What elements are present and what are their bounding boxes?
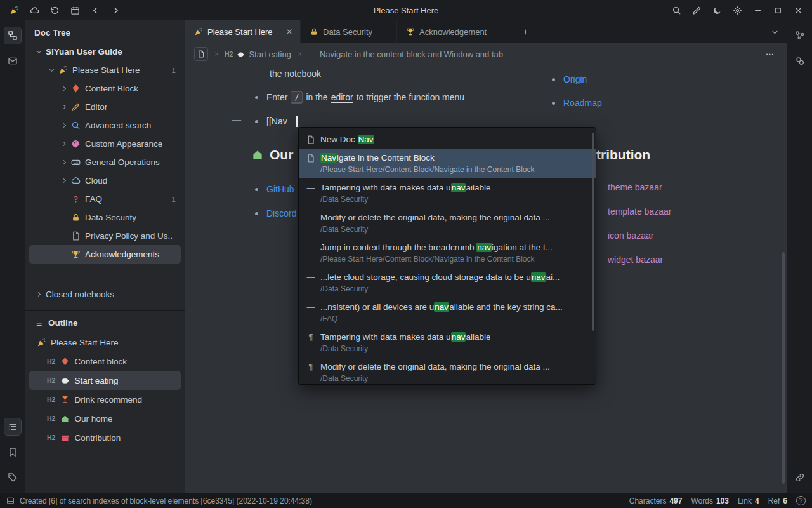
search-result-item[interactable]: — Jump in context through the breadcrumb… [299,238,596,268]
doc-tree-item-selected[interactable]: Acknowledgements [29,245,181,264]
go-back-button[interactable] [86,3,104,18]
discord-link[interactable]: Discord [266,208,296,218]
paragraph-marker: ¶ [306,361,315,373]
search-result-item[interactable]: — ...nsistent) or all devices are unavai… [299,298,596,328]
dock-tag-button[interactable] [4,469,22,486]
theme-bazaar-link[interactable]: theme bazaar [608,182,662,192]
maximize-button[interactable] [769,3,787,18]
minimize-button[interactable] [749,3,766,18]
chevron-right-icon[interactable] [61,85,68,92]
search-result-item-selected[interactable]: Navigate in the Content Block /Please St… [299,149,596,178]
doc-tree-item[interactable]: Custom Appearance [29,135,181,153]
outline-item-selected[interactable]: H2 Start eating [29,371,181,390]
doc-tree-item[interactable]: Content Block [29,79,181,98]
result-title: New Doc Nav [320,133,374,145]
chevron-down-icon[interactable] [36,48,43,55]
help-icon[interactable]: ? [796,496,806,505]
block-more-button[interactable] [761,46,778,62]
dock-inbox-button[interactable] [4,52,22,70]
dock-bookmark-button[interactable] [4,443,22,461]
outline-item[interactable]: Please Start Here [29,333,181,352]
result-title: Tampering with data makes data unavailab… [320,182,490,194]
breadcrumb-heading-segment[interactable]: H2 Start eating [225,50,291,59]
doc-tree-item[interactable]: Please Start Here 1 [29,61,181,79]
text-fragment: in the [306,92,327,102]
search-result-item[interactable]: — ...lete cloud storage, causing cloud s… [299,268,596,298]
doc-tree-notebook[interactable]: SiYuan User Guide [29,43,181,61]
block-gutter-marker[interactable]: — [232,114,241,124]
closed-notebooks-row[interactable]: Closed notebooks [29,285,181,304]
doc-tree-item[interactable]: FAQ 1 [29,190,181,208]
rice-bowl-icon [237,50,245,58]
bookmark-icon [8,447,18,457]
new-tab-button[interactable] [514,20,536,43]
outline-item[interactable]: H2 Content block [29,352,181,371]
bullet-dot [255,96,258,99]
readonly-toggle-button[interactable] [688,3,705,18]
dock-doc-tree-button[interactable] [4,27,22,44]
close-button[interactable] [789,3,807,18]
question-icon [71,194,81,204]
pencil-icon [692,6,702,15]
dock-outline-button[interactable] [4,418,22,436]
tab-please-start-here[interactable]: Please Start Here [185,20,301,43]
doc-tree-item[interactable]: Privacy Policy and Us... [29,227,181,245]
dock-graph-button[interactable] [791,27,809,44]
chevron-right-icon[interactable] [61,159,68,166]
breadcrumb-block-segment[interactable]: — Navigate in the content block and Wind… [308,50,503,59]
doc-tree-item[interactable]: Advanced search [29,116,181,135]
search-result-item[interactable]: ¶ Modify or delete the original data, ma… [299,358,596,385]
dock-global-graph-button[interactable] [791,52,809,70]
doc-tree-item[interactable]: General Operations [29,153,181,171]
chevron-down-icon[interactable] [48,67,55,74]
editor-ref-link[interactable]: editor [331,92,353,102]
outline-item[interactable]: H2 Drink recommend [29,390,181,409]
outline-item[interactable]: H2 Our home [29,409,181,428]
template-bazaar-link[interactable]: template bazaar [608,206,671,217]
popup-scrollbar[interactable] [592,133,594,331]
go-forward-button[interactable] [107,3,124,18]
search-result-item[interactable]: — Tampering with data makes data unavail… [299,178,596,208]
chevron-right-icon[interactable] [61,177,68,184]
settings-button[interactable] [728,3,746,18]
chevron-right-icon [213,51,219,57]
tab-list-button[interactable] [763,20,787,43]
text-caret [296,116,298,127]
editor[interactable]: the notebook Enter / in the editor to tr… [185,65,787,493]
keyboard-icon [71,157,81,167]
chevron-right-icon[interactable] [61,122,68,129]
roadmap-link[interactable]: Roadmap [563,98,602,108]
dock-toggle-icon[interactable] [6,497,15,505]
tab-acknowledgements[interactable]: Acknowledgements [397,20,514,43]
search-result-item[interactable]: — Modify or delete the original data, ma… [299,208,596,238]
tab-data-security[interactable]: Data Security [301,20,397,43]
github-link[interactable]: GitHub [266,184,294,194]
breadcrumb-doc-chip[interactable] [194,47,208,61]
dock-backlinks-button[interactable] [791,469,809,486]
match-highlight: Nav [320,153,337,163]
outline-item[interactable]: H2 Contribution [29,428,181,447]
editor-scrollbar[interactable] [782,252,785,484]
party-popper-icon [37,338,46,347]
doc-label: Privacy Policy and Us... [85,231,172,241]
icon-bazaar-link[interactable]: icon bazaar [608,231,653,241]
theme-mode-button[interactable] [708,3,726,18]
chevron-right-icon[interactable] [36,291,43,298]
doc-tree-item[interactable]: Editor [29,98,181,116]
widget-bazaar-link[interactable]: widget bazaar [608,255,663,265]
inbox-mail-icon [8,56,18,66]
search-result-item[interactable]: ¶ Tampering with data makes data unavail… [299,328,596,358]
cloud-sync-button[interactable] [25,3,43,18]
doc-tree-item[interactable]: Cloud [29,171,181,190]
editor-typing-line[interactable]: [[Nav [255,114,298,128]
data-history-button[interactable] [46,3,63,18]
search-result-new-doc[interactable]: New Doc Nav [299,130,596,149]
daily-note-button[interactable] [66,3,84,18]
tab-close-icon[interactable] [285,27,294,36]
doc-tree-item[interactable]: Data Security [29,208,181,227]
chevron-right-icon[interactable] [61,140,68,147]
search-button[interactable] [667,3,685,18]
list-item-marker: — [308,50,316,59]
origin-link[interactable]: Origin [563,74,587,84]
chevron-right-icon[interactable] [61,104,68,110]
